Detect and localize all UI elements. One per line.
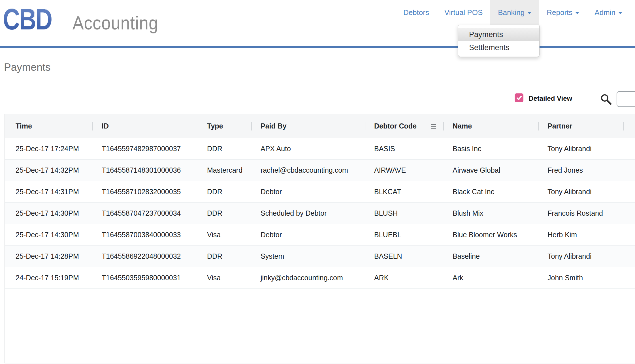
cell-type: DDR [198, 138, 251, 159]
chevron-down-icon [575, 12, 579, 14]
cell-extra [623, 203, 635, 224]
column-header-time[interactable]: Time [5, 114, 92, 138]
cell-time: 25-Dec-17 14:32PM [5, 160, 92, 181]
nav-item-reports[interactable]: Reports [539, 0, 587, 25]
title-separator [3, 84, 632, 84]
cell-time: 25-Dec-17 14:30PM [5, 224, 92, 245]
cell-extra [623, 224, 635, 245]
cell-time: 25-Dec-17 14:31PM [5, 181, 92, 202]
cell-type: Visa [198, 267, 251, 288]
column-header-id[interactable]: ID [92, 114, 198, 138]
header-divider [0, 46, 635, 48]
table-row[interactable]: 25-Dec-17 14:31PM T1645587102832000035 D… [5, 181, 635, 203]
menu-item-settlements[interactable]: Settlements [458, 41, 539, 54]
cell-name: Baseline [443, 246, 538, 267]
nav-label: Debtors [403, 8, 429, 17]
nav-label: Admin [594, 8, 615, 17]
cell-time: 25-Dec-17 14:28PM [5, 246, 92, 267]
cell-name: Basis Inc [443, 138, 538, 159]
cell-extra [623, 138, 635, 159]
cell-id: T1645597482987000037 [92, 138, 198, 159]
table-header: Time ID Type Paid By Debtor Code Name Pa… [5, 114, 635, 138]
nav-label: Banking [498, 8, 525, 17]
table-row[interactable]: 25-Dec-17 14:28PM T1645586922048000032 D… [5, 246, 635, 267]
page-title: Payments [4, 62, 51, 72]
table-row[interactable]: 25-Dec-17 14:32PM T1645587148301000036 M… [5, 160, 635, 181]
table-row[interactable]: 25-Dec-17 14:30PM T1645587047237000034 D… [5, 203, 635, 224]
cell-name: Blue Bloomer Works [443, 224, 538, 245]
detailed-view-label: Detailed View [529, 95, 572, 102]
cell-type: Visa [198, 224, 251, 245]
cell-id: T1645587102832000035 [92, 181, 198, 202]
nav-item-virtual-pos[interactable]: Virtual POS [437, 0, 490, 25]
cell-debtor-code: BLUSH [365, 203, 443, 224]
cell-partner: Herb Kim [538, 224, 623, 245]
cell-extra [623, 181, 635, 202]
cell-id: T1645587047237000034 [92, 203, 198, 224]
nav-item-admin[interactable]: Admin [587, 0, 630, 25]
cell-id: T1645586922048000032 [92, 246, 198, 267]
cell-id: T1645587003840000033 [92, 224, 198, 245]
cell-partner: Tony Alibrandi [538, 246, 623, 267]
cell-paid-by: jinky@cbdaccounting.com [251, 267, 365, 288]
nav-item-debtors[interactable]: Debtors [396, 0, 437, 25]
column-header-extra [623, 114, 635, 138]
cell-name: Black Cat Inc [443, 181, 538, 202]
search-icon[interactable] [600, 93, 612, 106]
column-menu-icon[interactable] [431, 124, 436, 129]
cell-extra [623, 246, 635, 267]
column-header-paid-by[interactable]: Paid By [251, 114, 365, 138]
column-header-name[interactable]: Name [443, 114, 538, 138]
table-row[interactable]: 25-Dec-17 17:24PM T1645597482987000037 D… [5, 138, 635, 160]
cell-id: T1645503595980000031 [92, 267, 198, 288]
table-body: 25-Dec-17 17:24PM T1645597482987000037 D… [5, 138, 635, 289]
cell-debtor-code: BLUEBL [365, 224, 443, 245]
chevron-down-icon [618, 12, 622, 14]
cell-paid-by: rachel@cbdaccounting.com [251, 160, 365, 181]
menu-item-payments[interactable]: Payments [458, 28, 539, 41]
nav-label: Reports [547, 8, 572, 17]
column-header-partner[interactable]: Partner [538, 114, 623, 138]
search-input[interactable] [617, 91, 635, 107]
cell-name: Airwave Global [443, 160, 538, 181]
table-row[interactable]: 24-Dec-17 15:19PM T1645503595980000031 V… [5, 267, 635, 289]
cell-type: DDR [198, 181, 251, 202]
cell-debtor-code: AIRWAVE [365, 160, 443, 181]
cell-time: 25-Dec-17 17:24PM [5, 138, 92, 159]
checkmark-icon [516, 95, 522, 101]
detailed-view-checkbox[interactable] [515, 93, 523, 102]
cell-extra [623, 160, 635, 181]
column-header-debtor-code[interactable]: Debtor Code [365, 114, 443, 138]
cell-type: Mastercard [198, 160, 251, 181]
cell-debtor-code: ARK [365, 267, 443, 288]
chevron-down-icon [527, 12, 531, 14]
cell-extra [623, 267, 635, 288]
cell-partner: Tony Alibrandi [538, 181, 623, 202]
cell-time: 25-Dec-17 14:30PM [5, 203, 92, 224]
column-header-type[interactable]: Type [198, 114, 251, 138]
payments-table: Time ID Type Paid By Debtor Code Name Pa… [5, 114, 635, 363]
app-logo[interactable]: CBD CBD Accounting [3, 5, 168, 34]
cell-debtor-code: BASELN [365, 246, 443, 267]
nav-label: Virtual POS [444, 8, 483, 17]
cell-paid-by: Debtor [251, 181, 365, 202]
nav-item-banking[interactable]: Banking [490, 0, 539, 25]
cell-type: DDR [198, 203, 251, 224]
cell-type: DDR [198, 246, 251, 267]
logo-cbd-text: CBD [3, 5, 52, 34]
cell-paid-by: Scheduled by Debtor [251, 203, 365, 224]
cell-paid-by: Debtor [251, 224, 365, 245]
cell-partner: Fred Jones [538, 160, 623, 181]
cell-partner: Tony Alibrandi [538, 138, 623, 159]
main-nav: Debtors Virtual POS Banking Reports Admi… [396, 0, 630, 25]
cell-name: Blush Mix [443, 203, 538, 224]
cell-paid-by: APX Auto [251, 138, 365, 159]
cell-id: T1645587148301000036 [92, 160, 198, 181]
cell-debtor-code: BLKCAT [365, 181, 443, 202]
cell-name: Ark [443, 267, 538, 288]
logo-accounting-text: Accounting [73, 14, 158, 32]
table-row[interactable]: 25-Dec-17 14:30PM T1645587003840000033 V… [5, 224, 635, 246]
cell-time: 24-Dec-17 15:19PM [5, 267, 92, 288]
cell-paid-by: System [251, 246, 365, 267]
cell-partner: Francois Rostand [538, 203, 623, 224]
